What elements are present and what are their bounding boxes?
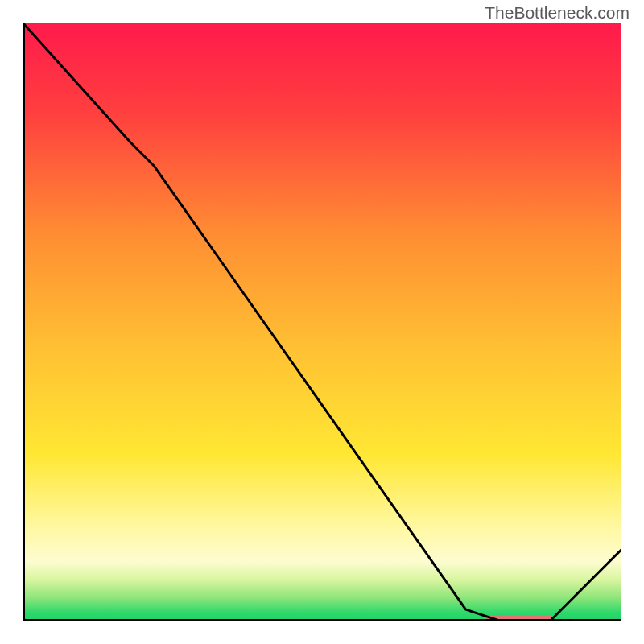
chart-container: TheBottleneck.com bbox=[0, 0, 644, 644]
watermark-text: TheBottleneck.com bbox=[485, 3, 630, 23]
chart-svg bbox=[23, 23, 621, 621]
gradient-background bbox=[23, 23, 621, 621]
chart-plot-area bbox=[23, 23, 621, 621]
